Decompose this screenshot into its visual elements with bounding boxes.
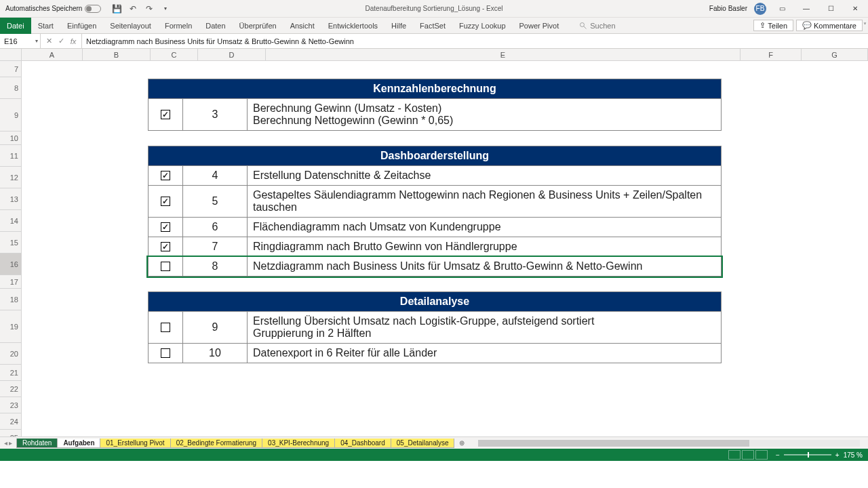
toggle-off-icon[interactable] bbox=[85, 5, 101, 13]
row-header-13[interactable]: 13 bbox=[0, 188, 22, 210]
column-header-A[interactable]: A bbox=[22, 49, 83, 60]
normal-view-icon[interactable] bbox=[728, 450, 741, 460]
sheet-tab[interactable]: 05_Detailanalyse bbox=[391, 439, 455, 448]
comments-button[interactable]: 💬 Kommentare bbox=[796, 20, 863, 31]
row-header-8[interactable]: 8 bbox=[0, 77, 22, 99]
ribbon-tab-fuzzy lookup[interactable]: Fuzzy Lookup bbox=[452, 18, 512, 34]
ribbon-tab-überprüfen[interactable]: Überprüfen bbox=[233, 18, 283, 34]
spreadsheet-grid[interactable]: ABCDEFG 78910111213141516171819202122232… bbox=[0, 49, 868, 461]
table-row[interactable]: 10Datenexport in 6 Reiter für alle Lände… bbox=[148, 344, 722, 363]
name-box[interactable]: E16 bbox=[0, 34, 41, 48]
task-number: 10 bbox=[183, 344, 248, 363]
avatar[interactable]: FB bbox=[754, 3, 766, 15]
ribbon-tab-datei[interactable]: Datei bbox=[0, 18, 31, 34]
zoom-in-icon[interactable]: + bbox=[835, 451, 840, 459]
ribbon-tab-power pivot[interactable]: Power Pivot bbox=[513, 18, 566, 34]
horizontal-scrollbar[interactable] bbox=[478, 440, 860, 447]
user-name[interactable]: Fabio Basler bbox=[709, 5, 747, 12]
page-break-view-icon[interactable] bbox=[755, 450, 768, 460]
row-header-20[interactable]: 20 bbox=[0, 343, 22, 365]
insert-function-icon[interactable]: fx bbox=[68, 37, 79, 45]
undo-icon[interactable]: ↶ bbox=[128, 4, 138, 14]
row-header-9[interactable]: 9 bbox=[0, 99, 22, 131]
svg-point-0 bbox=[580, 22, 585, 26]
maximize-icon[interactable]: ☐ bbox=[822, 5, 840, 12]
ribbon-tab-ansicht[interactable]: Ansicht bbox=[283, 18, 321, 34]
customize-qat-icon[interactable]: ▾ bbox=[161, 4, 170, 14]
row-header-21[interactable]: 21 bbox=[0, 365, 22, 381]
ribbon-display-icon[interactable]: ▭ bbox=[773, 5, 791, 12]
row-header-18[interactable]: 18 bbox=[0, 289, 22, 310]
table-row[interactable]: ✓5Gestapeltes Säulendiagramm Nettogewinn… bbox=[148, 186, 722, 218]
row-header-7[interactable]: 7 bbox=[0, 61, 22, 77]
autosave-toggle[interactable]: Automatisches Speichern bbox=[0, 5, 106, 13]
page-layout-view-icon[interactable] bbox=[742, 450, 754, 460]
ribbon-tab-hilfe[interactable]: Hilfe bbox=[384, 18, 413, 34]
row-header-11[interactable]: 11 bbox=[0, 145, 22, 167]
sheet-nav-next-icon[interactable]: ▸ bbox=[9, 439, 12, 447]
ribbon-tab-einfügen[interactable]: Einfügen bbox=[60, 18, 103, 34]
zoom-level[interactable]: 175 % bbox=[844, 451, 863, 459]
collapse-ribbon-icon[interactable]: ˅ bbox=[863, 22, 867, 29]
cancel-formula-icon[interactable]: ✕ bbox=[43, 37, 54, 45]
sheet-tab[interactable]: 01_Erstellung Pivot bbox=[100, 439, 170, 448]
checkbox[interactable]: ✓ bbox=[161, 242, 170, 251]
new-sheet-button[interactable]: ⊕ bbox=[454, 439, 470, 447]
column-header-B[interactable]: B bbox=[83, 49, 151, 60]
table-row[interactable]: ✓4Erstellung Datenschnitte & Zeitachse bbox=[148, 166, 722, 186]
checkbox[interactable]: ✓ bbox=[161, 197, 170, 206]
sheet-tab[interactable]: 02_Bedingte Formatierung bbox=[170, 439, 262, 448]
row-header-23[interactable]: 23 bbox=[0, 397, 22, 413]
task-description: Erstellung Übersicht Umsatz nach Logisti… bbox=[248, 312, 722, 344]
formula-input[interactable]: Netzdiagramm nach Business Units für Ums… bbox=[82, 37, 868, 45]
checkbox[interactable]: ✓ bbox=[161, 110, 170, 119]
column-header-D[interactable]: D bbox=[198, 49, 266, 60]
row-header-22[interactable]: 22 bbox=[0, 381, 22, 397]
row-header-19[interactable]: 19 bbox=[0, 310, 22, 343]
ribbon-tab-entwicklertools[interactable]: Entwicklertools bbox=[321, 18, 384, 34]
row-header-14[interactable]: 14 bbox=[0, 210, 22, 232]
save-icon[interactable]: 💾 bbox=[112, 4, 121, 14]
share-button[interactable]: ⇪ Teilen bbox=[753, 20, 793, 31]
ribbon-tab-seitenlayout[interactable]: Seitenlayout bbox=[103, 18, 158, 34]
zoom-slider[interactable] bbox=[784, 454, 831, 455]
table-row[interactable]: 9Erstellung Übersicht Umsatz nach Logist… bbox=[148, 312, 722, 344]
checkbox[interactable] bbox=[161, 323, 170, 332]
table-row[interactable]: ✓3Berechnung Gewinn (Umsatz - Kosten)Ber… bbox=[148, 99, 722, 131]
row-header-16[interactable]: 16 bbox=[0, 253, 22, 275]
autosave-label: Automatisches Speichern bbox=[5, 5, 82, 12]
column-header-C[interactable]: C bbox=[151, 49, 198, 60]
table-row[interactable]: 8Netzdiagramm nach Business Units für Um… bbox=[148, 257, 722, 277]
search-box[interactable]: Suchen bbox=[579, 22, 615, 30]
checkbox[interactable] bbox=[161, 348, 170, 358]
checkbox[interactable]: ✓ bbox=[161, 222, 170, 232]
select-all-corner[interactable] bbox=[0, 49, 22, 60]
column-header-G[interactable]: G bbox=[802, 49, 868, 60]
row-header-24[interactable]: 24 bbox=[0, 413, 22, 430]
close-icon[interactable]: ✕ bbox=[846, 5, 864, 12]
ribbon-tab-formeln[interactable]: Formeln bbox=[158, 18, 199, 34]
ribbon-tab-factset[interactable]: FactSet bbox=[413, 18, 452, 34]
redo-icon[interactable]: ↷ bbox=[144, 4, 154, 14]
sheet-tab[interactable]: 04_Dashboard bbox=[334, 439, 391, 448]
sheet-nav-prev-icon[interactable]: ◂ bbox=[4, 439, 7, 447]
sheet-tab[interactable]: 03_KPI-Berechnung bbox=[262, 439, 335, 448]
minimize-icon[interactable]: — bbox=[797, 5, 815, 12]
column-header-F[interactable]: F bbox=[741, 49, 802, 60]
table-row[interactable]: ✓7Ringdiagramm nach Brutto Gewinn von Hä… bbox=[148, 237, 722, 257]
row-headers: 7891011121314151617181920212223242526 bbox=[0, 61, 22, 461]
row-header-12[interactable]: 12 bbox=[0, 167, 22, 188]
enter-formula-icon[interactable]: ✓ bbox=[56, 37, 66, 45]
checkbox[interactable] bbox=[161, 262, 170, 271]
column-header-E[interactable]: E bbox=[266, 49, 741, 60]
zoom-out-icon[interactable]: − bbox=[776, 451, 780, 459]
table-row[interactable]: ✓6Flächendiagramm nach Umsatz von Kunden… bbox=[148, 218, 722, 237]
row-header-15[interactable]: 15 bbox=[0, 232, 22, 253]
checkbox[interactable]: ✓ bbox=[161, 171, 170, 180]
row-header-10[interactable]: 10 bbox=[0, 131, 22, 145]
row-header-17[interactable]: 17 bbox=[0, 275, 22, 289]
ribbon-tab-start[interactable]: Start bbox=[31, 18, 60, 34]
sheet-tab[interactable]: Rohdaten bbox=[16, 439, 58, 448]
ribbon-tab-daten[interactable]: Daten bbox=[199, 18, 232, 34]
sheet-tab[interactable]: Aufgaben bbox=[57, 439, 100, 448]
